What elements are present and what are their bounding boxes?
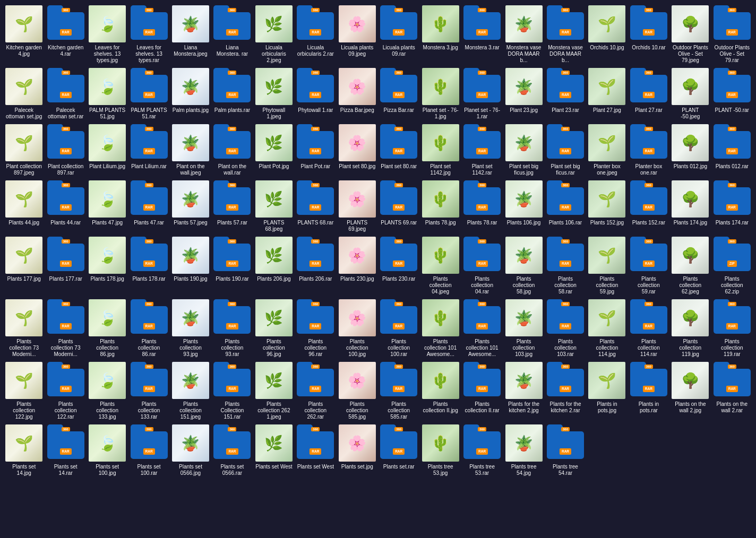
list-item[interactable]: 🌿Plant Pot.jpg — [254, 123, 294, 177]
list-item[interactable]: 360RARPlants 177.rar — [46, 236, 85, 296]
list-item[interactable]: 🌿Licuala orbicularis 2.jpeg — [254, 4, 294, 65]
list-item[interactable]: 360RARPlants collection 86.rar — [129, 298, 168, 359]
list-item[interactable]: 🪴Monstera vase DORA MAAR b... — [504, 4, 543, 65]
list-item[interactable]: 360RARMonstera vase DORA MAAR b... — [546, 4, 585, 65]
list-item[interactable]: 🌿Plants set West — [254, 423, 294, 478]
list-item[interactable]: 360RARPlants set West — [296, 423, 335, 478]
list-item[interactable]: 360RARPlants 152.rar — [629, 179, 668, 233]
list-item[interactable]: 360RARPlants set 100.rar — [129, 423, 168, 478]
list-item[interactable]: 360RARPLANT -50.rar — [712, 67, 752, 121]
list-item[interactable]: 360RARPlant Pot.rar — [296, 123, 335, 177]
list-item[interactable]: 🪴Plants collection 103.jpg — [504, 298, 543, 359]
list-item[interactable]: 🌸Plants 230.jpg — [338, 236, 377, 296]
list-item[interactable]: 360RARPlants collection 262.rar — [296, 361, 335, 421]
list-item[interactable]: 🪴Plants tree 54.jpg — [504, 423, 543, 478]
list-item[interactable]: 🌱Planter box one.jpeg — [587, 123, 626, 177]
list-item[interactable]: 360RARPlants set.rar — [379, 423, 418, 478]
list-item[interactable]: 360RARPlants 178.rar — [129, 236, 168, 296]
list-item[interactable]: 🌸Licuala plants 09.jpeg — [338, 4, 377, 65]
list-item[interactable]: 360RARPlants collection 100.rar — [379, 298, 418, 359]
list-item[interactable]: 🍃Plants set 100.jpg — [88, 423, 127, 478]
list-item[interactable]: 🌸Plant set 80.jpg — [338, 123, 377, 177]
list-item[interactable]: 360RARPlant set 80.rar — [379, 123, 418, 177]
list-item[interactable]: 360RARPlants 106.rar — [546, 179, 585, 233]
list-item[interactable]: 360RARPlants tree 53.rar — [462, 423, 502, 478]
list-item[interactable]: 🪴Liana Monstera.jpeg — [171, 4, 210, 65]
list-item[interactable]: 360RARPalm plants.rar — [212, 67, 252, 121]
list-item[interactable]: 🌸Plants collection 585.jpg — [338, 361, 377, 421]
list-item[interactable]: 360RARPlants collection 58.rar — [546, 236, 585, 296]
list-item[interactable]: 🌱Plants 44.jpg — [4, 179, 44, 233]
list-item[interactable]: 360RARPlants 47.rar — [129, 179, 168, 233]
list-item[interactable]: 360RARPalecek ottoman set.rar — [46, 67, 85, 121]
list-item[interactable]: 360RARLeaves for shelves. 13 types.rar — [129, 4, 168, 65]
list-item[interactable]: 🌿Plants collection 96.jpg — [254, 298, 294, 359]
list-item[interactable]: 360RAROrchids 10.rar — [629, 4, 668, 65]
list-item[interactable]: 🌱Plant 27.jpg — [587, 67, 626, 121]
list-item[interactable]: 🪴Plants collection 58.jpg — [504, 236, 543, 296]
list-item[interactable]: 🌳Plants 174.jpg — [671, 179, 710, 233]
list-item[interactable]: 🌱Plants 177.jpg — [4, 236, 44, 296]
list-item[interactable]: 360RARPlants collection 101 Awesome... — [462, 298, 502, 359]
list-item[interactable]: 🪴Plants collection 151.jpeg — [171, 361, 210, 421]
list-item[interactable]: 🪴Plant set big ficus.jpg — [504, 123, 543, 177]
list-item[interactable]: 360RARPlants collection 122.rar — [46, 361, 85, 421]
list-item[interactable]: 🌳PLANT -50.jpeg — [671, 67, 710, 121]
list-item[interactable]: 360RARPlant on the wall.rar — [212, 123, 252, 177]
list-item[interactable]: 🌿Plants collection 262 1.jpeg — [254, 361, 294, 421]
list-item[interactable]: 🌳Outdoor Plants Olive - Set 79.jpeg — [671, 4, 710, 65]
list-item[interactable]: 🌱Palecek ottoman set.jpg — [4, 67, 44, 121]
list-item[interactable]: 360RARPhytowall 1.rar — [296, 67, 335, 121]
list-item[interactable]: 360RARPlants collection II.rar — [462, 361, 502, 421]
list-item[interactable]: 360ZIPPlants collection 62.zip — [712, 236, 752, 296]
list-item[interactable]: 🍃PALM PLANTS 51.jpg — [88, 67, 127, 121]
list-item[interactable]: 🍃Plants 178.jpg — [88, 236, 127, 296]
list-item[interactable]: 🪴Plant 23.jpg — [504, 67, 543, 121]
list-item[interactable]: 360RARPlants 190.rar — [212, 236, 252, 296]
list-item[interactable]: 🍃Leaves for shelves. 13 types.jpg — [88, 4, 127, 65]
list-item[interactable]: 360RARMonstera 3.rar — [462, 4, 502, 65]
list-item[interactable]: 🌱Plants set 14.jpg — [4, 423, 44, 478]
list-item[interactable]: 🌱Plants collection 73 Moderni... — [4, 298, 44, 359]
list-item[interactable]: 360RARPlants in pots.rar — [629, 361, 668, 421]
list-item[interactable]: 🌵Monstera 3.jpg — [420, 4, 460, 65]
list-item[interactable]: 360RARPlant Lilium.rar — [129, 123, 168, 177]
list-item[interactable]: 🍃Plants collection 133.jpg — [88, 361, 127, 421]
list-item[interactable]: 360RARPlants collection 119.rar — [712, 298, 752, 359]
list-item[interactable]: 360RARPlants set 0566.rar — [212, 423, 252, 478]
list-item[interactable]: 360RARLiana Monstera. rar — [212, 4, 252, 65]
list-item[interactable]: 🍃Plants 47.jpg — [88, 179, 127, 233]
list-item[interactable]: 360RARPlants 78.rar — [462, 179, 502, 233]
list-item[interactable]: 🪴Plants 106.jpg — [504, 179, 543, 233]
list-item[interactable]: 360RARPlant 23.rar — [546, 67, 585, 121]
list-item[interactable]: 360RARPlants collection 59.rar — [629, 236, 668, 296]
list-item[interactable]: 🌿Phytowall 1.jpeg — [254, 67, 294, 121]
list-item[interactable]: 360RARPizza Bar.rar — [379, 67, 418, 121]
list-item[interactable]: 🌿PLANTS 68.jpeg — [254, 179, 294, 233]
list-item[interactable]: 🌱Orchids 10.jpg — [587, 4, 626, 65]
list-item[interactable]: 🪴Plants set 0566.jpg — [171, 423, 210, 478]
list-item[interactable]: 🪴Plants 190.jpg — [171, 236, 210, 296]
list-item[interactable]: 🌸Plants collection 100.jpg — [338, 298, 377, 359]
list-item[interactable]: 🌸Pizza Bar.jpeg — [338, 67, 377, 121]
list-item[interactable]: 🌵Plants collection 101 Awesome... — [420, 298, 460, 359]
list-item[interactable]: 360RARPlants 230.rar — [379, 236, 418, 296]
list-item[interactable]: 360RARPlant set 1142.rar — [462, 123, 502, 177]
list-item[interactable]: 🌳Plants collection 62.jpeg — [671, 236, 710, 296]
list-item[interactable]: 360RARPlants collection 93.rar — [212, 298, 252, 359]
list-item[interactable]: 🌱Plants collection 122.jpg — [4, 361, 44, 421]
list-item[interactable]: 🌱Plant collection 897.jpeg — [4, 123, 44, 177]
list-item[interactable]: 360RARLicuala orbicularis 2.rar — [296, 4, 335, 65]
list-item[interactable]: 🌱Plants collection 59.jpg — [587, 236, 626, 296]
list-item[interactable]: 360RARPlant 27.rar — [629, 67, 668, 121]
list-item[interactable]: 🍃Plant Lilium.jpg — [88, 123, 127, 177]
list-item[interactable]: 360RARPLANTS 69.rar — [379, 179, 418, 233]
list-item[interactable]: 360RARPlants collection 114.rar — [629, 298, 668, 359]
list-item[interactable]: 🌵Plants tree 53.jpg — [420, 423, 460, 478]
list-item[interactable]: 🪴Palm plants.jpg — [171, 67, 210, 121]
list-item[interactable]: 360RARKitchen garden 4.rar — [46, 4, 85, 65]
list-item[interactable]: 360RARPlants 57.rar — [212, 179, 252, 233]
list-item[interactable]: 🌸Plants set.jpg — [338, 423, 377, 478]
list-item[interactable]: 360RARPlant collection 897.rar — [46, 123, 85, 177]
list-item[interactable]: 🌵Plants 78.jpg — [420, 179, 460, 233]
